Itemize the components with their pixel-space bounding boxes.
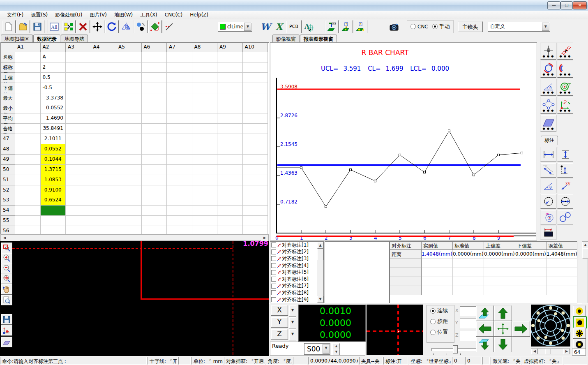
item-checkbox[interactable] (271, 284, 276, 289)
menu-item-5[interactable]: 地图(W) (111, 11, 136, 19)
select-all-button[interactable]: All (47, 20, 61, 33)
table-cell[interactable] (217, 195, 243, 206)
table-cell[interactable] (142, 206, 167, 216)
column-header[interactable]: A2 (41, 43, 66, 52)
region-zoom-button[interactable] (1, 243, 12, 253)
probe-circle-tool-button[interactable]: ● ● ● (557, 79, 573, 96)
plane-tool-button[interactable]: ● ● ● (540, 115, 556, 132)
table-cell[interactable]: -0.5 (41, 83, 66, 93)
table-cell[interactable] (167, 185, 192, 196)
jog-z-down-button[interactable] (476, 337, 494, 352)
table-cell[interactable] (192, 165, 218, 175)
maximize-button[interactable]: ▢ (560, 1, 573, 9)
column-header[interactable]: A4 (91, 43, 117, 52)
scroll-up-icon[interactable]: ▲ (582, 242, 588, 248)
scroll-thumb[interactable] (545, 349, 551, 354)
table-cell[interactable] (66, 175, 91, 185)
table-cell[interactable] (243, 155, 268, 165)
export-word-button[interactable]: W (259, 21, 272, 33)
table-cell[interactable] (192, 206, 218, 216)
table-cell[interactable] (142, 103, 167, 113)
table-cell[interactable]: 2 (41, 62, 66, 73)
table-cell[interactable] (66, 103, 91, 113)
jog-mode-3[interactable]: 位置 (427, 327, 454, 337)
data-table-hscrollbar[interactable]: ◀ ▶ (0, 234, 269, 241)
menu-item-1[interactable]: 文件(F) (3, 11, 27, 19)
table-cell[interactable] (243, 73, 268, 83)
menu-item-3[interactable]: 影像处理(U) (51, 11, 86, 19)
table-cell[interactable] (116, 155, 142, 165)
table-cell[interactable] (243, 175, 268, 185)
table-cell[interactable] (167, 144, 192, 155)
table-cell[interactable] (15, 175, 41, 185)
minimize-button[interactable]: — (547, 1, 560, 9)
table-cell[interactable] (91, 155, 117, 165)
column-header[interactable]: A10 (243, 43, 268, 52)
radius-annotate-button[interactable] (540, 194, 556, 209)
table-cell[interactable] (142, 124, 167, 134)
table-cell[interactable] (15, 165, 41, 175)
table-cell[interactable] (66, 206, 91, 216)
item-checkbox[interactable] (271, 290, 276, 295)
table-cell[interactable] (15, 144, 41, 155)
alignment-list-item[interactable]: 对齐标注[6] (270, 276, 323, 283)
table-cell[interactable] (167, 165, 192, 175)
table-cell[interactable] (142, 175, 167, 185)
table-cell[interactable] (217, 93, 243, 104)
table-cell[interactable] (91, 144, 117, 155)
scroll-thumb[interactable] (8, 235, 20, 241)
table-cell[interactable] (192, 155, 218, 165)
line-tool-button[interactable]: ● ● ● (557, 42, 573, 60)
table-cell[interactable] (167, 206, 192, 216)
table-cell[interactable] (243, 216, 268, 226)
table-cell[interactable]: 0.9100 (41, 185, 66, 196)
results-cell[interactable]: 1.4048(mm) (546, 250, 577, 259)
table-cell[interactable] (192, 185, 218, 196)
axis-z-dropdown-icon[interactable]: ▼ (289, 329, 296, 340)
spindle-spin-down[interactable]: ▼ (333, 349, 340, 355)
color-combo-arrow-icon[interactable]: ▼ (244, 23, 251, 31)
jog-up-button[interactable] (494, 305, 512, 321)
table-cell[interactable] (15, 124, 41, 134)
table-cell[interactable] (91, 103, 117, 113)
table-cell[interactable] (243, 144, 268, 155)
alignment-list-item[interactable]: 对齐标注[1] (270, 242, 323, 249)
jog-down-button[interactable] (494, 337, 512, 352)
table-cell[interactable] (116, 185, 142, 196)
table-cell[interactable] (192, 226, 218, 234)
scroll-thumb[interactable] (582, 248, 588, 259)
table-cell[interactable] (116, 93, 142, 104)
table-cell[interactable]: 0.0552 (41, 103, 66, 113)
preview-button[interactable] (1, 295, 12, 305)
map-viewport[interactable]: 1.0799 (0, 241, 269, 356)
table-cell[interactable] (66, 216, 91, 226)
circle-tool-button[interactable]: ● ● ● (540, 60, 556, 78)
column-header[interactable]: A9 (217, 43, 243, 52)
row-header[interactable]: 49 (1, 155, 15, 165)
row-header[interactable]: 48 (1, 144, 15, 155)
table-cell[interactable] (116, 226, 142, 234)
table-cell[interactable]: 35.8491 (41, 124, 66, 134)
table-cell[interactable] (142, 185, 167, 196)
table-cell[interactable] (192, 144, 218, 155)
menu-item-8[interactable]: Help(Z) (186, 11, 212, 18)
item-checkbox[interactable] (271, 249, 276, 254)
table-cell[interactable] (243, 134, 268, 144)
table-cell[interactable] (167, 62, 192, 73)
alignment-list-item[interactable]: 对齐标注[2] (270, 249, 323, 256)
table-cell[interactable] (91, 175, 117, 185)
table-cell[interactable] (192, 93, 218, 104)
table-cell[interactable] (243, 113, 268, 124)
alignment-list-item[interactable]: 对齐标注[3] (270, 255, 323, 262)
arc-tool-button[interactable]: ● ● ● (557, 60, 573, 78)
table-cell[interactable] (91, 206, 117, 216)
table-cell[interactable] (192, 103, 218, 113)
table-cell[interactable] (192, 175, 218, 185)
jog-stop-button[interactable] (494, 321, 512, 337)
table-cell[interactable] (167, 134, 192, 144)
table-cell[interactable] (142, 165, 167, 175)
table-cell[interactable] (243, 62, 268, 73)
table-cell[interactable] (167, 216, 192, 226)
table-cell[interactable] (66, 52, 91, 62)
table-cell[interactable] (142, 226, 167, 234)
